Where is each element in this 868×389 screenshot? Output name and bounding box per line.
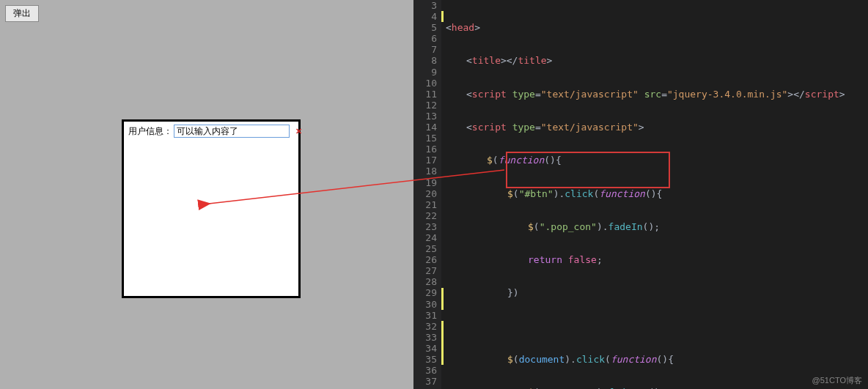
line-number: 33 bbox=[413, 332, 437, 343]
close-icon[interactable]: ✕ bbox=[295, 127, 302, 136]
line-number: 36 bbox=[413, 365, 437, 376]
margin-change-mark bbox=[441, 343, 444, 354]
line-number: 18 bbox=[413, 166, 437, 177]
code-line: $(function(){ bbox=[446, 155, 868, 166]
line-number: 35 bbox=[413, 354, 437, 365]
line-number: 30 bbox=[413, 299, 437, 310]
line-number: 16 bbox=[413, 144, 437, 155]
popup-row: 用户信息： ✕ bbox=[124, 122, 298, 141]
line-number: 26 bbox=[413, 254, 437, 265]
code-line: $(".pop_con").fadeIn(); bbox=[446, 221, 868, 232]
user-info-input[interactable] bbox=[174, 125, 290, 138]
line-number: 25 bbox=[413, 243, 437, 254]
line-number: 15 bbox=[413, 133, 437, 144]
code-line: <title></title> bbox=[446, 55, 868, 66]
margin-change-mark bbox=[441, 354, 444, 365]
line-number: 5 bbox=[413, 22, 437, 33]
line-number: 7 bbox=[413, 44, 437, 55]
line-number: 21 bbox=[413, 199, 437, 210]
line-number: 12 bbox=[413, 100, 437, 111]
line-number: 24 bbox=[413, 232, 437, 243]
code-line: }) bbox=[446, 287, 868, 298]
line-number: 29 bbox=[413, 287, 437, 298]
margin-change-mark bbox=[441, 321, 444, 332]
code-line: return false; bbox=[446, 254, 868, 265]
code-editor: 3456789101112131415161718192021222324252… bbox=[413, 0, 868, 389]
line-number: 13 bbox=[413, 111, 437, 122]
margin-change-mark bbox=[441, 11, 444, 22]
margin-change-mark bbox=[441, 299, 444, 310]
margin-change-mark bbox=[441, 288, 444, 299]
line-number: 37 bbox=[413, 376, 437, 387]
code-line bbox=[446, 321, 868, 332]
line-number: 10 bbox=[413, 78, 437, 89]
line-number: 8 bbox=[413, 55, 437, 66]
line-number: 6 bbox=[413, 33, 437, 44]
code-line: <script type="text/javascript"> bbox=[446, 122, 868, 133]
line-number: 32 bbox=[413, 321, 437, 332]
line-number: 22 bbox=[413, 210, 437, 221]
line-number: 34 bbox=[413, 343, 437, 354]
code-line: <script type="text/javascript" src="jque… bbox=[446, 89, 868, 100]
line-number: 3 bbox=[413, 0, 437, 11]
line-number: 20 bbox=[413, 188, 437, 199]
code-line: <head> bbox=[446, 22, 868, 33]
line-number: 27 bbox=[413, 265, 437, 276]
watermark: @51CTO博客 bbox=[812, 375, 862, 386]
line-number: 28 bbox=[413, 276, 437, 287]
line-number: 23 bbox=[413, 221, 437, 232]
code-line: $("#btn").click(function(){ bbox=[446, 188, 868, 199]
preview-panel: 弹出 用户信息： ✕ bbox=[0, 0, 413, 389]
line-gutter: 3456789101112131415161718192021222324252… bbox=[413, 0, 441, 389]
line-number: 19 bbox=[413, 177, 437, 188]
code-line: $(document).click(function(){ bbox=[446, 354, 868, 365]
line-number: 14 bbox=[413, 122, 437, 133]
margin-change-mark bbox=[441, 332, 444, 343]
popup-dialog[interactable]: 用户信息： ✕ bbox=[122, 119, 301, 298]
line-number: 17 bbox=[413, 155, 437, 166]
line-number: 9 bbox=[413, 67, 437, 78]
code-area[interactable]: <head> <title></title> <script type="tex… bbox=[446, 0, 868, 389]
popup-label: 用户信息： bbox=[128, 125, 172, 138]
line-number: 4 bbox=[413, 11, 437, 22]
line-number: 11 bbox=[413, 89, 437, 100]
popup-button[interactable]: 弹出 bbox=[5, 5, 39, 22]
line-number: 31 bbox=[413, 310, 437, 321]
